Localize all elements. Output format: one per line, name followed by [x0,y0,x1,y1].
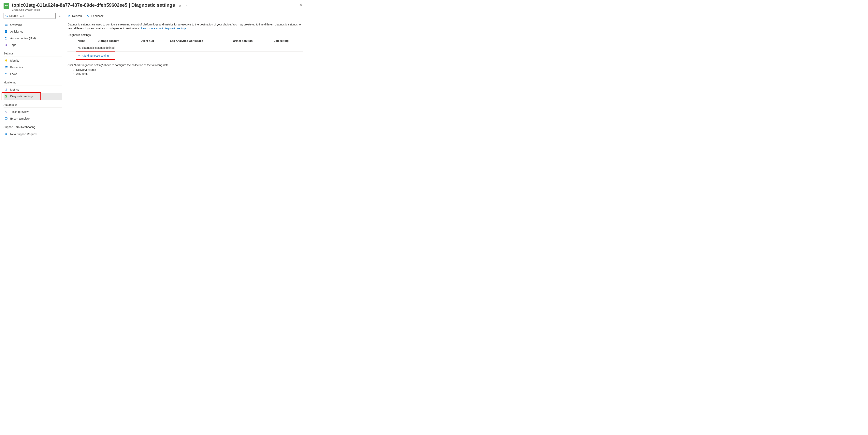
svg-point-27 [6,133,7,134]
sidebar-item-identity[interactable]: Identity [4,57,62,64]
learn-more-link[interactable]: Learn more about diagnostic settings [141,27,186,30]
svg-point-10 [5,44,6,44]
col-name: Name [75,38,95,44]
sidebar-item-label: Locks [10,72,18,75]
svg-rect-18 [5,90,5,91]
feedback-button[interactable]: Feedback [87,14,103,18]
svg-rect-19 [6,89,6,91]
svg-point-24 [6,111,7,112]
sidebar-item-access-control[interactable]: Access control (IAM) [4,35,62,42]
add-link-label: Add diagnostic setting [82,54,109,57]
export-template-icon [4,117,8,120]
svg-rect-13 [5,68,7,68]
sidebar-item-label: Activity log [10,30,24,33]
svg-point-14 [5,66,5,67]
plus-icon: ＋ [78,54,81,57]
sidebar-item-label: New Support Request [10,132,37,136]
list-item: AllMetrics [76,72,303,76]
main-content: Refresh Feedback Diagnostic settings are… [62,13,307,137]
activity-log-icon [4,30,8,33]
sidebar-item-export-template[interactable]: Export template [4,115,62,122]
header: topic01stg-811a624a-8a77-437e-89de-dfeb5… [0,0,307,13]
refresh-button[interactable]: Refresh [67,14,82,18]
sidebar-section-monitoring: Monitoring [4,81,62,86]
access-control-icon [4,36,8,40]
search-icon [5,14,8,17]
intro-text: Diagnostic settings are used to configur… [67,23,303,31]
sidebar-item-activity-log[interactable]: Activity log [4,28,62,35]
sidebar-item-properties[interactable]: Properties [4,64,62,71]
more-button[interactable]: ··· [185,2,191,8]
sidebar-item-label: Access control (IAM) [10,37,36,40]
ellipsis-icon: ··· [186,4,190,7]
command-bar: Refresh Feedback [67,13,303,20]
sidebar-section-support: Support + troubleshooting [4,125,62,130]
svg-point-21 [7,88,7,89]
overview-icon [4,23,8,27]
sidebar-item-label: Tags [10,43,16,46]
empty-message: No diagnostic settings defined [75,44,303,51]
svg-rect-2 [5,24,7,25]
sidebar-item-label: Diagnostic settings [10,95,34,98]
table-add-row: ＋ Add diagnostic setting [67,51,303,60]
table-empty-row: No diagnostic settings defined [67,44,303,51]
svg-line-1 [7,16,8,17]
sidebar-item-tasks[interactable]: Tasks (preview) [4,108,62,115]
svg-point-9 [6,37,7,38]
sidebar-item-diagnostic-settings[interactable]: Diagnostic settings [4,93,62,100]
feedback-icon [87,14,90,18]
support-icon [4,132,8,136]
data-list: DeliveryFailures AllMetrics [76,68,303,76]
resource-type-subtitle: Event Grid System Topic [12,8,298,11]
svg-rect-12 [5,67,7,67]
svg-rect-7 [5,32,7,32]
col-eventhub: Event hub [138,38,168,44]
toolbar-label: Feedback [91,14,103,18]
sidebar-item-label: Overview [10,23,22,26]
col-partner: Partner solution [229,38,271,44]
sidebar-item-label: Properties [10,66,23,69]
hint-text: Click 'Add Diagnostic setting' above to … [67,64,303,67]
svg-point-16 [5,68,6,68]
identity-icon [4,59,8,62]
diagnostic-settings-table: Name Storage account Event hub Log Analy… [67,38,303,60]
sidebar-item-label: Metrics [10,88,19,91]
search-input[interactable]: Search (Ctrl+/) [4,13,56,19]
svg-rect-20 [6,89,7,91]
svg-rect-4 [6,25,7,26]
collapse-sidebar-button[interactable]: « [58,13,62,18]
sidebar-item-label: Tasks (preview) [10,110,29,114]
svg-point-23 [5,111,6,112]
sidebar: Search (Ctrl+/) « Overview Activity log … [4,13,62,137]
sidebar-item-overview[interactable]: Overview [4,22,62,28]
tags-icon [4,43,8,47]
sidebar-item-metrics[interactable]: Metrics [4,86,62,93]
col-edit: Edit setting [271,38,303,44]
sidebar-item-label: Identity [10,59,19,62]
tasks-icon [4,110,8,114]
toolbar-label: Refresh [72,14,82,18]
resource-icon [4,3,9,9]
close-icon: ✕ [299,3,303,8]
svg-point-8 [5,37,6,38]
add-diagnostic-setting-button[interactable]: ＋ Add diagnostic setting [78,54,109,57]
refresh-icon [67,14,71,18]
svg-point-28 [87,15,88,15]
pin-button[interactable] [177,2,183,8]
locks-icon [4,72,8,76]
svg-rect-3 [5,25,6,26]
sidebar-item-tags[interactable]: Tags [4,42,62,48]
sidebar-section-settings: Settings [4,52,62,56]
svg-point-15 [6,67,7,67]
sidebar-item-locks[interactable]: Locks [4,71,62,77]
pin-icon [179,4,182,7]
list-item: DeliveryFailures [76,68,303,72]
sidebar-item-new-support-request[interactable]: New Support Request [4,131,62,137]
chevron-double-left-icon: « [59,14,60,18]
svg-rect-17 [5,74,7,75]
properties-icon [4,65,8,69]
diagnostic-settings-label: Diagnostic settings [67,33,303,36]
col-law: Log Analytics workspace [168,38,229,44]
close-button[interactable]: ✕ [298,2,303,8]
search-placeholder: Search (Ctrl+/) [9,14,27,18]
